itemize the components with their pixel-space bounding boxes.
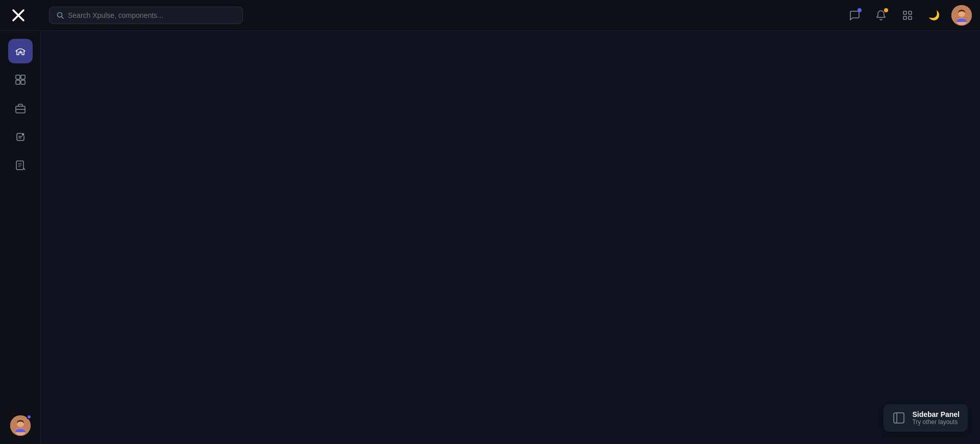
- svg-rect-28: [894, 413, 904, 423]
- search-input[interactable]: [68, 11, 235, 19]
- tooltip-subtitle: Try other layouts: [912, 418, 960, 426]
- sidebar-bottom: [10, 415, 31, 436]
- svg-rect-12: [21, 75, 25, 79]
- chat-notification-dot: [857, 8, 862, 12]
- tooltip-text: Sidebar Panel Try other layouts: [912, 410, 960, 426]
- svg-rect-4: [903, 11, 906, 14]
- svg-rect-6: [903, 16, 906, 19]
- avatar[interactable]: [951, 5, 972, 26]
- svg-line-3: [62, 16, 64, 18]
- theme-toggle-button[interactable]: 🌙: [925, 6, 943, 25]
- avatar-face: [951, 5, 972, 26]
- main-layout: [0, 31, 980, 444]
- svg-rect-11: [16, 75, 20, 79]
- sidebar-item-grid[interactable]: [8, 67, 33, 92]
- layout-icon: [892, 411, 906, 425]
- sidebar-avatar-button[interactable]: [10, 415, 31, 436]
- sidebar-item-dashboard[interactable]: [8, 39, 33, 63]
- header-left: [8, 5, 49, 26]
- sidebar: [0, 31, 41, 444]
- sidebar-panel-tooltip[interactable]: Sidebar Panel Try other layouts: [884, 404, 968, 432]
- tooltip-title: Sidebar Panel: [912, 410, 960, 418]
- sidebar-avatar-online-dot: [27, 414, 32, 419]
- bell-notification-dot: [884, 8, 888, 12]
- apps-button[interactable]: [898, 6, 917, 25]
- svg-rect-5: [909, 11, 912, 14]
- bell-button[interactable]: [872, 6, 890, 25]
- header-center: [49, 7, 845, 24]
- search-icon: [57, 12, 64, 19]
- search-bar[interactable]: [49, 7, 243, 24]
- sidebar-item-briefcase[interactable]: [8, 96, 33, 121]
- svg-rect-13: [16, 80, 20, 84]
- sidebar-item-notes[interactable]: [8, 153, 33, 178]
- svg-rect-14: [21, 80, 25, 84]
- svg-point-18: [21, 133, 24, 136]
- svg-rect-7: [909, 16, 912, 19]
- sidebar-item-notifications[interactable]: [8, 125, 33, 149]
- chat-button[interactable]: [845, 6, 864, 25]
- header: 🌙: [0, 0, 980, 31]
- main-content: [41, 31, 980, 444]
- logo-button[interactable]: [8, 5, 29, 26]
- header-right: 🌙: [845, 5, 972, 26]
